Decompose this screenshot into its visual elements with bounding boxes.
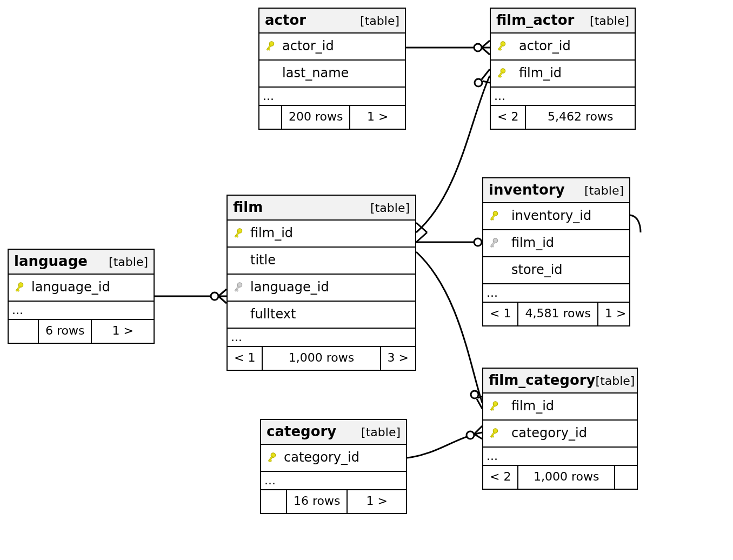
table-name: category — [266, 423, 336, 439]
table-type: [table] — [596, 374, 635, 388]
table-header: film_actor [table] — [491, 9, 635, 34]
row-count: 1,000 rows — [263, 347, 381, 370]
table-header: film [table] — [228, 196, 415, 221]
table-footer: 6 rows 1 > — [9, 320, 154, 343]
more-columns-ellipsis: ... — [491, 88, 635, 106]
out-count: 1 > — [348, 490, 406, 513]
table-footer: < 1 4,581 rows 1 > — [483, 303, 629, 325]
svg-line-18 — [477, 399, 482, 409]
column-row: film_id — [491, 61, 635, 88]
table-inventory: inventory [table] inventory_id film_id s… — [482, 177, 630, 326]
in-count: < 1 — [228, 347, 263, 370]
table-footer: 16 rows 1 > — [261, 490, 406, 513]
column-row: film_id — [483, 394, 637, 421]
table-name: inventory — [489, 182, 565, 198]
table-name: actor — [265, 12, 306, 28]
table-name: film_category — [489, 372, 596, 388]
more-columns-ellipsis: ... — [261, 472, 406, 490]
table-language: language [table] language_id ... 6 rows … — [8, 249, 155, 344]
table-footer: < 2 5,462 rows — [491, 106, 635, 129]
column-row: film_id — [228, 221, 415, 248]
primary-key-icon — [14, 281, 24, 293]
svg-line-2 — [218, 289, 226, 296]
edge-actor-filmactor — [406, 41, 490, 55]
table-footer: < 2 1,000 rows — [483, 466, 637, 489]
table-film: film [table] film_id title language_id f… — [226, 195, 416, 371]
column-row: store_id — [483, 257, 629, 284]
primary-key-icon — [496, 40, 506, 52]
table-name: film_actor — [496, 12, 574, 28]
svg-line-9 — [482, 69, 490, 79]
row-count: 16 rows — [287, 490, 348, 513]
table-type: [table] — [584, 184, 624, 197]
column-row: title — [228, 248, 415, 275]
primary-key-icon — [489, 427, 498, 439]
er-diagram-canvas: language [table] language_id ... 6 rows … — [0, 0, 733, 560]
table-header: inventory [table] — [483, 178, 629, 203]
column-name: language_id — [31, 279, 110, 295]
column-name: last_name — [282, 65, 349, 81]
table-type: [table] — [370, 201, 410, 215]
table-actor: actor [table] actor_id last_name ... 200… — [258, 8, 406, 130]
table-header: language [table] — [9, 250, 154, 275]
primary-key-icon — [265, 40, 275, 52]
column-row: inventory_id — [483, 203, 629, 230]
column-name: fulltext — [250, 306, 296, 322]
svg-line-12 — [416, 223, 427, 232]
more-columns-ellipsis: ... — [483, 284, 629, 303]
table-header: actor [table] — [259, 9, 405, 34]
column-name: actor_id — [282, 38, 334, 54]
primary-key-icon — [489, 400, 498, 412]
column-row: language_id — [9, 275, 154, 302]
column-name: category_id — [284, 450, 359, 465]
out-count: 1 > — [350, 106, 405, 129]
svg-point-5 — [474, 44, 482, 51]
column-name: film_id — [511, 235, 554, 250]
edge-language-film — [155, 289, 226, 303]
column-row: actor_id — [491, 34, 635, 61]
out-count: 3 > — [381, 347, 415, 370]
in-count: < 2 — [491, 106, 526, 129]
more-columns-ellipsis: ... — [483, 448, 637, 466]
column-name: film_id — [519, 65, 562, 81]
svg-point-19 — [467, 431, 474, 439]
svg-line-11 — [416, 232, 427, 242]
svg-point-16 — [471, 391, 478, 398]
svg-line-7 — [482, 48, 490, 55]
table-type: [table] — [109, 255, 148, 269]
svg-point-8 — [475, 79, 482, 86]
table-film-category: film_category [table] film_id category_i… — [482, 368, 638, 490]
primary-key-icon — [266, 451, 276, 463]
column-row: language_id — [228, 275, 415, 302]
in-count: < 1 — [483, 303, 518, 325]
table-category: category [table] category_id ... 16 rows… — [260, 419, 407, 514]
footer-empty — [9, 320, 39, 343]
edge-inventory-out — [630, 215, 641, 232]
footer-empty — [261, 490, 287, 513]
footer-empty — [259, 106, 282, 129]
svg-line-21 — [474, 434, 482, 439]
table-type: [table] — [360, 14, 399, 28]
table-footer: 200 rows 1 > — [259, 106, 405, 129]
table-name: language — [14, 253, 88, 269]
foreign-key-icon — [233, 281, 243, 293]
row-count: 1,000 rows — [518, 466, 615, 489]
footer-empty — [615, 466, 637, 489]
foreign-key-icon — [489, 237, 498, 249]
column-name: film_id — [511, 398, 554, 414]
edge-category-filmcategory — [407, 426, 482, 458]
row-count: 200 rows — [282, 106, 350, 129]
column-name: actor_id — [519, 38, 571, 54]
primary-key-icon — [489, 210, 498, 222]
column-name: title — [250, 252, 276, 268]
more-columns-ellipsis: ... — [9, 302, 154, 320]
column-row: fulltext — [228, 302, 415, 329]
column-row: actor_id — [259, 34, 405, 61]
svg-line-3 — [218, 296, 226, 303]
svg-line-20 — [474, 426, 482, 434]
primary-key-icon — [496, 67, 506, 79]
column-name: inventory_id — [511, 208, 591, 223]
edge-film-filmactor — [416, 69, 490, 242]
table-header: category [table] — [261, 420, 406, 445]
more-columns-ellipsis: ... — [259, 88, 405, 106]
